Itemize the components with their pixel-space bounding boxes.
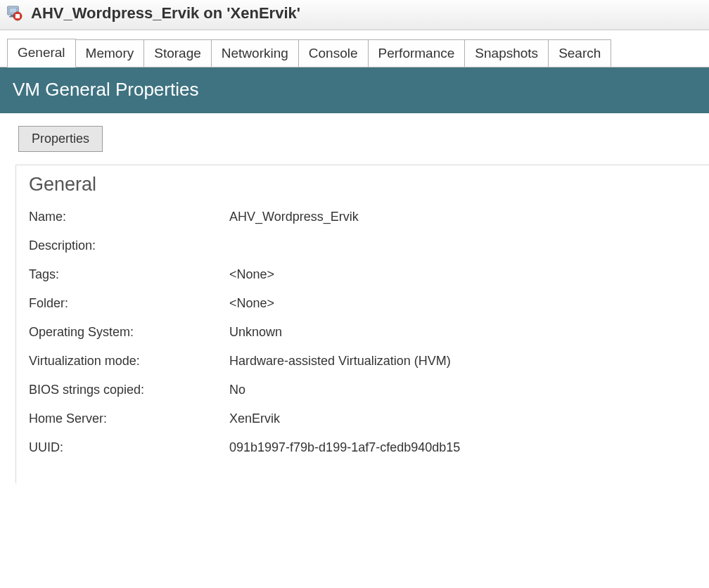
value-uuid: 091b1997-f79b-d199-1af7-cfedb940db15 bbox=[229, 440, 709, 455]
tab-performance[interactable]: Performance bbox=[368, 39, 466, 67]
prop-row-homeserver: Home Server: XenErvik bbox=[29, 411, 709, 426]
prop-row-tags: Tags: <None> bbox=[29, 267, 709, 282]
label-name: Name: bbox=[29, 210, 229, 224]
label-folder: Folder: bbox=[29, 296, 229, 311]
prop-row-bios: BIOS strings copied: No bbox=[29, 383, 709, 397]
value-homeserver: XenErvik bbox=[229, 411, 709, 426]
value-name: AHV_Wordpress_Ervik bbox=[229, 210, 709, 224]
section-heading: VM General Properties bbox=[0, 68, 709, 113]
prop-row-virtmode: Virtualization mode: Hardware-assisted V… bbox=[29, 354, 709, 369]
tab-general[interactable]: General bbox=[7, 39, 76, 68]
label-homeserver: Home Server: bbox=[29, 411, 229, 426]
svg-rect-5 bbox=[15, 14, 20, 18]
label-virtmode: Virtualization mode: bbox=[29, 354, 229, 369]
tab-networking[interactable]: Networking bbox=[211, 39, 299, 67]
prop-row-uuid: UUID: 091b1997-f79b-d199-1af7-cfedb940db… bbox=[29, 440, 709, 455]
tab-console[interactable]: Console bbox=[298, 39, 369, 67]
value-tags: <None> bbox=[229, 267, 709, 282]
prop-row-folder: Folder: <None> bbox=[29, 296, 709, 311]
properties-button[interactable]: Properties bbox=[18, 126, 103, 152]
label-os: Operating System: bbox=[29, 325, 229, 340]
vm-stopped-icon bbox=[7, 6, 23, 21]
prop-row-os: Operating System: Unknown bbox=[29, 325, 709, 340]
window-title: AHV_Wordpress_Ervik on 'XenErvik' bbox=[31, 4, 300, 23]
label-uuid: UUID: bbox=[29, 440, 229, 455]
label-tags: Tags: bbox=[29, 267, 229, 282]
value-bios: No bbox=[229, 383, 709, 397]
tab-storage[interactable]: Storage bbox=[143, 39, 212, 67]
prop-row-description: Description: bbox=[29, 238, 709, 253]
label-description: Description: bbox=[29, 238, 229, 253]
prop-row-name: Name: AHV_Wordpress_Ervik bbox=[29, 210, 709, 224]
tab-memory[interactable]: Memory bbox=[75, 39, 145, 67]
tab-search[interactable]: Search bbox=[548, 39, 611, 67]
value-virtmode: Hardware-assisted Virtualization (HVM) bbox=[229, 354, 709, 369]
general-panel: General Name: AHV_Wordpress_Ervik Descri… bbox=[15, 165, 709, 483]
group-heading-general: General bbox=[29, 174, 709, 196]
tab-snapshots[interactable]: Snapshots bbox=[464, 39, 549, 67]
value-folder: <None> bbox=[229, 296, 709, 311]
tab-strip: General Memory Storage Networking Consol… bbox=[0, 30, 709, 68]
label-bios: BIOS strings copied: bbox=[29, 383, 229, 397]
title-bar: AHV_Wordpress_Ervik on 'XenErvik' bbox=[0, 0, 709, 30]
value-os: Unknown bbox=[229, 325, 709, 340]
